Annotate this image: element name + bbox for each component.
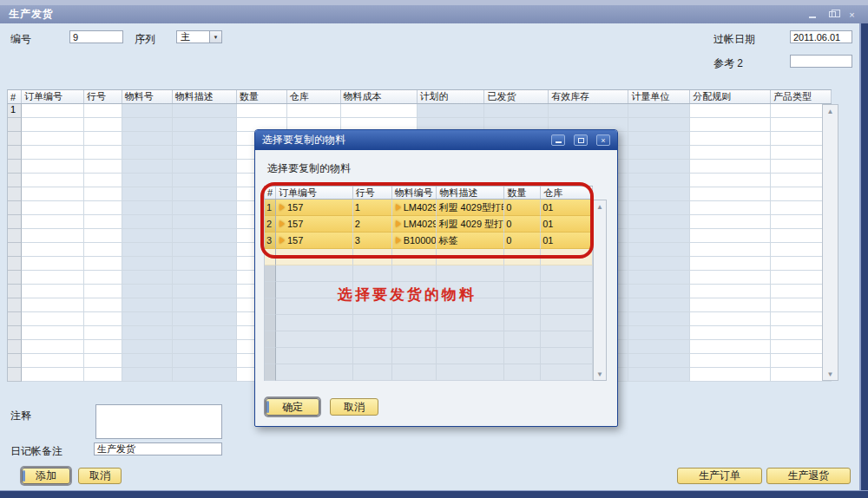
grid-cell[interactable]: [84, 285, 122, 298]
grid-cell[interactable]: [353, 265, 392, 282]
grid-cell[interactable]: [173, 118, 237, 132]
grid-cell[interactable]: [276, 315, 353, 331]
table-row[interactable]: [264, 249, 593, 265]
grid-cell[interactable]: [437, 331, 504, 348]
minimize-icon[interactable]: [551, 134, 565, 146]
grid-cell[interactable]: [504, 298, 541, 315]
grid-cell[interactable]: [628, 104, 690, 118]
grid-cell[interactable]: [173, 215, 237, 229]
row-number[interactable]: [265, 348, 276, 364]
table-row[interactable]: [264, 315, 593, 331]
item-description-cell[interactable]: 标签: [437, 233, 504, 249]
grid-cell[interactable]: [690, 368, 771, 382]
row-number[interactable]: [8, 187, 22, 201]
grid-cell[interactable]: [84, 118, 122, 132]
grid-cell[interactable]: [122, 285, 173, 298]
item-description-cell[interactable]: 利盟 4029型打印机: [437, 200, 504, 216]
row-number[interactable]: [265, 282, 276, 298]
order-number-cell[interactable]: 157: [276, 216, 353, 233]
table-row[interactable]: [264, 331, 593, 348]
grid-cell[interactable]: [122, 340, 173, 354]
grid-cell[interactable]: [173, 146, 237, 160]
link-arrow-icon[interactable]: [396, 237, 401, 244]
order-number-cell[interactable]: 157: [276, 233, 353, 249]
grid-cell[interactable]: [628, 132, 690, 146]
chevron-down-icon[interactable]: ▼: [209, 31, 221, 43]
grid-cell[interactable]: [353, 315, 392, 331]
grid-cell[interactable]: [22, 285, 84, 298]
grid-cell[interactable]: [628, 229, 690, 243]
row-number[interactable]: [8, 257, 22, 271]
row-number[interactable]: [8, 368, 22, 382]
grid-cell[interactable]: [484, 104, 549, 118]
grid-cell[interactable]: [392, 348, 437, 364]
row-number[interactable]: [8, 146, 22, 160]
line-number-cell[interactable]: 1: [353, 200, 392, 216]
grid-cell[interactable]: [22, 201, 84, 215]
ok-button[interactable]: 确定: [266, 398, 319, 416]
grid-cell[interactable]: [437, 249, 504, 265]
grid-cell[interactable]: [122, 187, 173, 201]
item-description-cell[interactable]: 利盟 4029 型打印机: [437, 216, 504, 233]
table-row[interactable]: 1: [7, 104, 832, 118]
grid-cell[interactable]: [122, 174, 173, 187]
grid-cell[interactable]: [392, 265, 437, 282]
window-titlebar[interactable]: 生产发货 ×: [0, 5, 868, 23]
grid-cell[interactable]: [122, 132, 173, 146]
dialog-titlebar[interactable]: 选择要复制的物料 ×: [255, 130, 617, 150]
grid-cell[interactable]: [504, 364, 541, 381]
number-input[interactable]: 9: [69, 30, 123, 43]
grid-cell[interactable]: [628, 257, 690, 271]
grid-cell[interactable]: [122, 312, 173, 326]
grid-cell[interactable]: [122, 326, 173, 340]
link-arrow-icon[interactable]: [279, 204, 285, 211]
row-number[interactable]: [8, 354, 22, 368]
grid-cell[interactable]: [541, 265, 593, 282]
grid-cell[interactable]: [690, 215, 771, 229]
row-number[interactable]: [8, 132, 22, 146]
grid-cell[interactable]: [628, 312, 690, 326]
grid-cell[interactable]: [690, 340, 771, 354]
production-return-button[interactable]: 生产退货: [766, 468, 851, 484]
table-row[interactable]: [264, 364, 593, 381]
grid-cell[interactable]: [122, 146, 173, 160]
row-number[interactable]: [265, 315, 276, 331]
grid-cell[interactable]: [122, 215, 173, 229]
grid-cell[interactable]: [84, 368, 122, 382]
grid-cell[interactable]: [22, 104, 84, 118]
grid-cell[interactable]: [173, 340, 237, 354]
grid-cell[interactable]: [504, 315, 541, 331]
main-grid-scrollbar[interactable]: ▲ ▼: [822, 104, 838, 381]
grid-cell[interactable]: [628, 285, 690, 298]
remarks-textarea[interactable]: [95, 404, 222, 439]
grid-cell[interactable]: [276, 364, 353, 381]
grid-cell[interactable]: [173, 160, 237, 174]
link-arrow-icon[interactable]: [396, 204, 401, 211]
grid-cell[interactable]: [628, 326, 690, 340]
line-number-cell[interactable]: 2: [353, 216, 392, 233]
grid-cell[interactable]: [22, 118, 84, 132]
grid-cell[interactable]: [22, 215, 84, 229]
grid-cell[interactable]: [541, 282, 593, 298]
grid-cell[interactable]: [392, 331, 437, 348]
grid-cell[interactable]: [628, 354, 690, 368]
grid-cell[interactable]: [628, 340, 690, 354]
grid-cell[interactable]: [122, 354, 173, 368]
grid-cell[interactable]: [628, 215, 690, 229]
row-number[interactable]: [8, 243, 22, 257]
grid-cell[interactable]: [690, 118, 771, 132]
grid-cell[interactable]: [690, 104, 771, 118]
row-number[interactable]: [8, 326, 22, 340]
table-row[interactable]: 3 157 3 B10000 标签 0 01: [264, 233, 593, 249]
grid-cell[interactable]: [22, 354, 84, 368]
grid-cell[interactable]: [22, 271, 84, 285]
row-number[interactable]: [265, 265, 276, 282]
row-number[interactable]: 3: [265, 233, 276, 249]
grid-cell[interactable]: [690, 285, 771, 298]
grid-cell[interactable]: [22, 368, 84, 382]
grid-cell[interactable]: [22, 160, 84, 174]
grid-cell[interactable]: [353, 249, 392, 265]
grid-cell[interactable]: [22, 243, 84, 257]
order-number-cell[interactable]: 157: [276, 200, 353, 216]
grid-cell[interactable]: [173, 368, 237, 382]
